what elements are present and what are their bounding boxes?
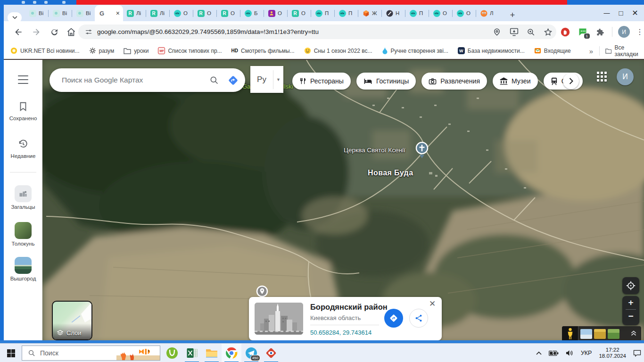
- browser-tab[interactable]: Ві: [73, 5, 95, 21]
- taskbar-app-utorrent[interactable]: [162, 344, 182, 362]
- bookmark-item[interactable]: Ручне створення зві...: [382, 47, 448, 54]
- account-avatar[interactable]: И: [617, 68, 634, 85]
- browser-menu-button[interactable]: ⋮: [636, 26, 644, 38]
- bookmark-item[interactable]: разум: [89, 47, 115, 54]
- all-bookmarks-button[interactable]: Все закладки: [605, 42, 644, 59]
- category-chip[interactable]: Музеи: [493, 73, 538, 90]
- browser-tab[interactable]: olxП: [406, 5, 428, 21]
- browser-tab-active[interactable]: G×: [95, 5, 123, 21]
- imagery-thumbnail[interactable]: [580, 329, 592, 339]
- sidebar-item-3[interactable]: Загальцы: [4, 185, 42, 210]
- site-settings-icon[interactable]: [85, 28, 92, 36]
- map-village-label[interactable]: Новая Буда: [368, 169, 413, 177]
- browser-tab[interactable]: RО: [217, 5, 239, 21]
- browser-tab[interactable]: Ві: [49, 5, 71, 21]
- tray-expand-chevron-icon[interactable]: [536, 351, 542, 355]
- bookmark-item[interactable]: уроки: [124, 48, 149, 54]
- browser-tab[interactable]: olxП: [312, 5, 334, 21]
- action-center-icon[interactable]: [633, 350, 641, 357]
- battery-icon[interactable]: [549, 350, 559, 356]
- layers-control[interactable]: Слои: [52, 301, 92, 340]
- place-thumbnail[interactable]: [255, 303, 303, 335]
- bookmarks-overflow-button[interactable]: »: [586, 45, 597, 57]
- directions-button[interactable]: [223, 71, 242, 90]
- adblock-extension-button[interactable]: [560, 27, 570, 37]
- imagery-thumbnail[interactable]: [594, 329, 606, 339]
- browser-tab[interactable]: Н: [382, 5, 405, 21]
- card-share-button[interactable]: [409, 309, 428, 328]
- sidebar-item-4[interactable]: Толокунь: [4, 222, 42, 247]
- maps-search-box[interactable]: Поиск на Google Картах: [50, 68, 245, 92]
- taskbar-app-irfanview[interactable]: [261, 344, 281, 362]
- browser-tab[interactable]: RО: [288, 5, 310, 21]
- window-minimize-button[interactable]: —: [600, 6, 614, 20]
- window-maximize-button[interactable]: □: [614, 6, 628, 20]
- tab-close-icon[interactable]: ×: [116, 11, 120, 16]
- browser-tab[interactable]: RЛі: [147, 5, 169, 21]
- bookmark-item[interactable]: WБаза недвижимости...: [458, 47, 525, 54]
- bookmark-star-button[interactable]: [543, 27, 553, 37]
- menu-hamburger-button[interactable]: [16, 75, 30, 84]
- sidebar-item-1[interactable]: Сохранено: [4, 101, 42, 121]
- taskbar-app-explorer[interactable]: [202, 344, 222, 362]
- chips-scroll-next-button[interactable]: [563, 73, 579, 89]
- new-tab-button[interactable]: +: [506, 9, 519, 21]
- reload-button[interactable]: [49, 27, 59, 37]
- start-button[interactable]: [0, 344, 22, 362]
- translate-language-label[interactable]: Ру: [250, 75, 273, 84]
- taskbar-app-excel[interactable]: [182, 344, 202, 362]
- map-poi-label-church[interactable]: Церква Святої Ксенії: [344, 147, 405, 154]
- address-bar[interactable]: google.com/maps/@50.6632029,29.7495569,1…: [78, 25, 556, 39]
- category-chip[interactable]: Развлечения: [421, 73, 487, 90]
- zoom-in-button[interactable]: +: [622, 296, 639, 309]
- sidebar-item-2[interactable]: Недавние: [4, 139, 42, 159]
- home-button[interactable]: [66, 27, 76, 37]
- bookmark-item[interactable]: Входящие: [534, 47, 571, 54]
- sidebar-item-5[interactable]: Вышгород: [4, 257, 42, 281]
- clock[interactable]: 17:2218.07.2024: [599, 347, 626, 359]
- browser-tab[interactable]: olxО: [170, 5, 192, 21]
- category-chip[interactable]: Рестораны: [292, 73, 351, 90]
- extensions-button[interactable]: [595, 27, 605, 37]
- browser-tab[interactable]: Ж: [359, 5, 381, 21]
- install-app-button[interactable]: [509, 27, 519, 37]
- card-close-icon[interactable]: ✕: [427, 298, 438, 309]
- taskbar-app-telegram[interactable]: 450: [241, 344, 261, 362]
- window-close-button[interactable]: ✕: [628, 6, 642, 20]
- bookmark-item[interactable]: UKR.NET Всі новини...: [10, 47, 80, 54]
- browser-tab[interactable]: olxО: [429, 5, 452, 21]
- translate-dropdown-button[interactable]: ▼: [273, 70, 283, 89]
- zoom-page-button[interactable]: [526, 27, 536, 37]
- taskbar-app-chrome[interactable]: [222, 344, 241, 362]
- browser-tab[interactable]: olxО: [453, 5, 475, 21]
- map-business-label-partial[interactable]: Ilski: [282, 83, 293, 90]
- back-button[interactable]: [13, 27, 24, 37]
- browser-tab[interactable]: olxБ: [241, 5, 263, 21]
- category-chip[interactable]: Гостиницы: [356, 73, 416, 90]
- place-coordinates-link[interactable]: 50.658284, 29.743614: [310, 329, 372, 336]
- browser-tab[interactable]: RЛі: [123, 5, 145, 21]
- church-pin-icon[interactable]: [415, 141, 429, 161]
- my-location-button[interactable]: [622, 277, 639, 294]
- search-button[interactable]: [205, 71, 223, 90]
- bookmark-item[interactable]: HDСмотреть фильмы...: [231, 48, 295, 54]
- imagery-thumbnail[interactable]: [608, 329, 619, 339]
- bookmark-item[interactable]: Сны 1 сезон 2022 вс...: [304, 47, 372, 54]
- browser-tab[interactable]: Л: [477, 5, 499, 21]
- language-indicator[interactable]: УКР: [581, 350, 592, 356]
- browser-tab[interactable]: О: [264, 5, 287, 21]
- url-text[interactable]: google.com/maps/@50.6632029,29.7495569,1…: [97, 28, 319, 35]
- location-pin-button[interactable]: [492, 27, 502, 37]
- translate-widget[interactable]: Ру ▼: [250, 66, 283, 93]
- volume-icon[interactable]: [566, 350, 574, 356]
- browser-tab[interactable]: Ві: [25, 5, 48, 21]
- browser-profile-avatar[interactable]: И: [618, 26, 630, 38]
- taskbar-search-box[interactable]: Поиск: [22, 346, 160, 361]
- zoom-out-button[interactable]: −: [622, 310, 639, 323]
- chat-extension-button[interactable]: 1: [578, 27, 588, 37]
- card-directions-button[interactable]: [384, 309, 403, 328]
- pegman-button[interactable]: [562, 326, 578, 341]
- search-highlight-aquarium-graphic[interactable]: [116, 346, 160, 360]
- collapse-bar-button[interactable]: [630, 330, 637, 337]
- browser-tab[interactable]: olxП: [335, 5, 357, 21]
